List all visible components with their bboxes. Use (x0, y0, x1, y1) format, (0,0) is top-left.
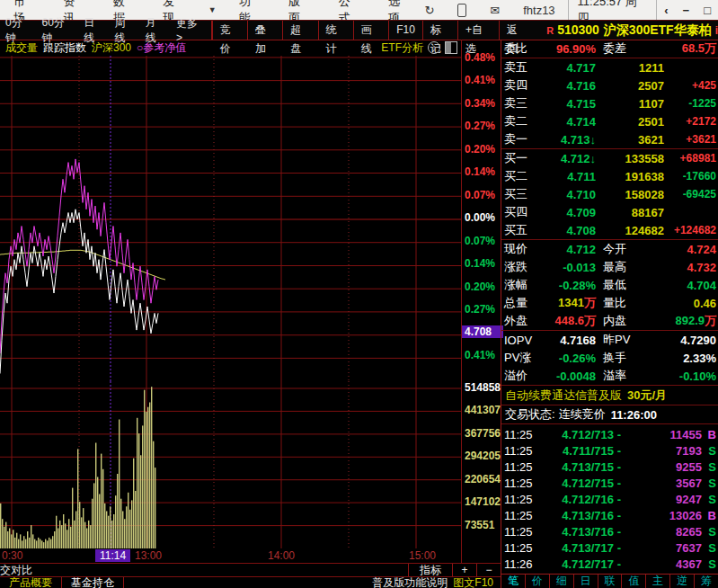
graphic-f10-link[interactable]: 图文F10 (453, 577, 501, 588)
tab-fund-holdings[interactable]: 基金持仓 (62, 577, 124, 588)
tab-tick[interactable]: 笔 (501, 575, 526, 588)
bid5-delta: +124682 (664, 224, 716, 236)
change-value: -0.013 (542, 261, 596, 274)
maximize-button[interactable]: □ (696, 4, 718, 17)
volume-bar (93, 483, 94, 548)
edition-help-link[interactable]: 普及版功能说明 (367, 577, 453, 588)
tick-row[interactable]: 11:264.712/717 -4367S (501, 556, 718, 572)
volume-bar (151, 387, 152, 548)
split-view-icon[interactable] (445, 41, 457, 54)
volume-chart[interactable] (0, 381, 461, 548)
tab-price[interactable]: 价 (526, 575, 550, 588)
collapse-button[interactable]: ‹ (657, 4, 675, 17)
volume-bar (95, 443, 96, 549)
expand-up-icon[interactable]: ↑ (428, 41, 440, 54)
ask-row[interactable]: 卖四 4.716 2507 +425 (501, 76, 718, 94)
tab-main[interactable]: 主 (646, 575, 670, 588)
add-watchlist-button[interactable]: +自选 (457, 21, 499, 40)
tab-linked[interactable]: 联 (598, 575, 623, 588)
refresh-icon[interactable]: ↻ (425, 4, 435, 17)
tick-row[interactable]: 11:254.712/715 -3567S (501, 475, 718, 491)
volume-bar (65, 523, 66, 548)
chart-header: 成交量 跟踪指数 沪深300 ○参考净值 ETF分析 ↑ (0, 40, 461, 56)
premium-rate-value: -0.10% (643, 370, 716, 383)
wan-suffix: 万 (584, 296, 596, 309)
back-button[interactable]: 返回 (499, 21, 534, 40)
ask3-price: 4.715 (542, 97, 596, 111)
tick-row[interactable]: 11:254.712/716 -9247S (501, 491, 718, 507)
ask-row[interactable]: 卖二 4.714 2501 +2172 (501, 112, 718, 130)
f10-button[interactable]: F10 (388, 21, 422, 40)
ask-row[interactable]: 卖三 4.715 1107 -1225 (501, 94, 718, 112)
zoom-out-button[interactable]: − (476, 564, 501, 576)
tab-daily[interactable]: 日 (574, 575, 598, 588)
bid-row[interactable]: 买四 4.709 88167 (501, 203, 718, 221)
low-value: 4.704 (643, 279, 716, 292)
tab-chips[interactable]: 筹 (695, 575, 718, 588)
volume-bar (74, 521, 75, 548)
volume-bar (20, 534, 21, 548)
tick-row[interactable]: 11:254.713/716 -13026B (501, 507, 718, 523)
overlay-button[interactable]: 叠加 (247, 21, 282, 40)
quote-panel: 委比 96.90% 委差 68.5万 卖五 4.717 1211 卖四 4.71… (501, 40, 718, 588)
tick-row[interactable]: 11:254.713/716 -8265S (501, 523, 718, 539)
zoom-in-button[interactable]: + (452, 564, 476, 576)
mobile-icon[interactable] (457, 4, 466, 17)
volume-bar (122, 512, 123, 549)
volume-bar (45, 539, 46, 548)
tab-reverse[interactable]: 逆 (670, 575, 695, 588)
volume-bar (41, 540, 42, 548)
volume-bar (137, 418, 137, 548)
auction-button[interactable]: 竞价 (212, 21, 247, 40)
stats-button[interactable]: 统计 (318, 21, 353, 40)
volume-bar (11, 534, 12, 548)
bid-row[interactable]: 买二 4.711 191638 -17660 (501, 167, 718, 185)
ask-row[interactable]: 卖一 4.713↓ 3621 +3621 (501, 130, 718, 148)
ref-nav-legend[interactable]: ○参考净值 (137, 40, 186, 56)
change-label: 涨跌 (504, 259, 542, 275)
chevron-down-icon[interactable]: ▼ (199, 5, 226, 14)
superchart-button[interactable]: 超盘 (282, 21, 317, 40)
volume-bar (104, 503, 105, 548)
minimize-button[interactable]: − (676, 4, 697, 17)
volume-bar (81, 517, 82, 548)
volume-bar (75, 512, 76, 549)
volume-bar (155, 468, 155, 548)
price-scale-label: 0.34% (465, 97, 495, 110)
drawline-button[interactable]: 画线 (353, 21, 388, 40)
mark-button[interactable]: 标记 (422, 21, 457, 40)
tab-product-summary[interactable]: 产品概要 (0, 577, 62, 588)
tick-row[interactable]: 11:254.713/715 -9255S (501, 459, 718, 475)
notice-text: 自动续费通达信普及版 (505, 388, 622, 404)
index-name-label[interactable]: 沪深300 (92, 40, 131, 56)
etf-analysis-link[interactable]: ETF分析 (381, 40, 423, 56)
tab-detail[interactable]: 细 (550, 575, 574, 588)
change-pct-value: -0.28% (542, 279, 596, 292)
premium-value: -0.0048 (542, 370, 596, 383)
tab-value[interactable]: 值 (622, 575, 646, 588)
username-label[interactable]: fhtz13 (523, 4, 554, 17)
volume-bar (142, 425, 143, 548)
mail-icon[interactable]: ✉ (490, 4, 500, 17)
ask-row[interactable]: 卖五 4.717 1211 (501, 58, 718, 76)
volume-bar (0, 503, 1, 548)
tick-row[interactable]: 11:254.711/715 -7193S (501, 442, 718, 459)
ask2-label: 卖二 (504, 113, 542, 129)
volume-scale-label: 514858 (465, 381, 501, 394)
tick-row[interactable]: 11:254.712/713 -11455B (501, 426, 718, 442)
price-chart[interactable] (0, 56, 461, 381)
weicha-value: 68.5万 (643, 40, 716, 57)
volume-bar (36, 540, 37, 548)
bid-row[interactable]: 买五 4.708 124682 +124682 (501, 221, 718, 239)
price-scale-label: 0.41% (465, 74, 495, 86)
volume-compare-label[interactable]: 交对比 (0, 563, 32, 578)
pv-change-label: PV涨 (504, 350, 542, 366)
volume-bar (63, 514, 64, 548)
indicator-button[interactable]: 指标 (408, 564, 452, 576)
bid5-label: 买五 (504, 222, 542, 238)
tick-row[interactable]: 11:254.713/717 -7637S (501, 539, 718, 556)
bid-row[interactable]: 买一 4.712↓ 133558 +68981 (501, 149, 718, 167)
bid-row[interactable]: 买三 4.710 158028 -69425 (501, 185, 718, 203)
subscription-notice[interactable]: 自动续费通达信普及版 30元/月 (501, 386, 718, 405)
volume-label[interactable]: 成交量 (5, 40, 38, 56)
